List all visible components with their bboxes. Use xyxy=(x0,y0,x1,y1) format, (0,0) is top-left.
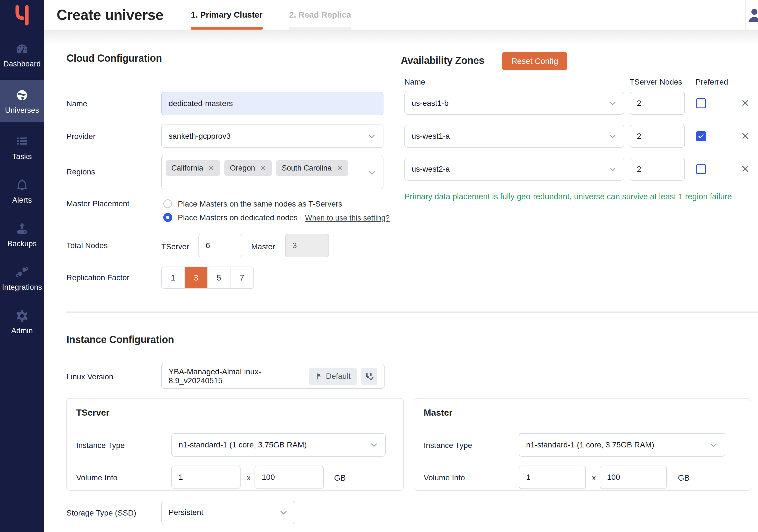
regions-label: Regions xyxy=(66,167,95,176)
chevron-down-icon xyxy=(367,168,376,177)
master-nodes-input xyxy=(285,233,329,257)
az-remove-icon-row-2[interactable]: ✕ xyxy=(741,131,749,141)
sidebar-item-admin[interactable]: Admin xyxy=(0,300,44,342)
az-nodes-input-row-1[interactable] xyxy=(630,92,685,115)
master-instance-type-select[interactable]: n1-standard-1 (1 core, 3.75GB RAM) xyxy=(519,433,725,457)
instance-type-label: Instance Type xyxy=(424,441,472,450)
chevron-down-icon xyxy=(608,132,617,141)
region-chip-label: South Carolina xyxy=(282,164,332,172)
instance-type-value: n1-standard-1 (1 core, 3.75GB RAM) xyxy=(179,441,307,449)
az-preferred-checkbox-row-1[interactable] xyxy=(696,98,706,108)
az-column-tserver-nodes: TServer Nodes xyxy=(630,78,682,87)
gauge-icon xyxy=(14,41,30,57)
remove-region-icon[interactable]: ✕ xyxy=(337,164,343,172)
sidebar-item-label: Tasks xyxy=(12,152,32,161)
tab-primary-cluster[interactable]: 1. Primary Cluster xyxy=(191,0,262,30)
radio-masters-dedicated-nodes[interactable] xyxy=(163,213,172,222)
master-volume-size-input[interactable] xyxy=(600,466,667,489)
chevron-down-icon xyxy=(709,441,718,449)
az-select-row-1[interactable]: us-east1-b xyxy=(404,92,624,115)
az-preferred-checkbox-row-3[interactable] xyxy=(696,164,706,174)
sidebar-item-label: Backups xyxy=(8,239,37,248)
sidebar-item-label: Integrations xyxy=(2,283,42,292)
rf-option-1[interactable]: 1 xyxy=(162,267,185,288)
sidebar-item-backups[interactable]: Backups xyxy=(0,213,44,255)
user-avatar-icon[interactable] xyxy=(747,7,758,22)
remove-region-icon[interactable]: ✕ xyxy=(260,164,266,172)
flag-icon xyxy=(315,372,323,380)
instance-type-value: n1-standard-1 (1 core, 3.75GB RAM) xyxy=(526,441,654,449)
sidebar-item-tasks[interactable]: Tasks xyxy=(0,126,44,168)
tab-read-replica[interactable]: 2. Read Replica xyxy=(289,0,351,30)
universe-name-input[interactable] xyxy=(161,92,384,115)
sidebar-item-dashboard[interactable]: Dashboard xyxy=(0,33,44,75)
az-remove-icon-row-3[interactable]: ✕ xyxy=(741,164,749,174)
region-chip: California ✕ xyxy=(166,160,220,176)
globe-icon xyxy=(14,87,30,103)
reset-config-button[interactable]: Reset Config xyxy=(502,52,568,70)
rf-option-3[interactable]: 3 xyxy=(185,267,208,288)
plug-icon xyxy=(14,264,30,280)
region-chip-label: Oregon xyxy=(230,164,255,172)
volume-times-separator: x xyxy=(247,474,251,482)
rf-option-5[interactable]: 5 xyxy=(208,267,230,288)
az-nodes-input-row-3[interactable] xyxy=(630,158,685,181)
az-nodes-input-row-2[interactable] xyxy=(630,125,685,148)
tserver-card: TServer Instance Type n1-standard-1 (1 c… xyxy=(66,398,404,491)
provider-select[interactable]: sanketh-gcpprov3 xyxy=(161,124,384,148)
linux-version-select[interactable]: YBA-Managed-AlmaLinux-8.9_v20240515 Defa… xyxy=(161,364,385,389)
az-name: us-west2-a xyxy=(412,165,450,174)
default-badge: Default xyxy=(309,368,357,385)
remove-region-icon[interactable]: ✕ xyxy=(208,164,214,172)
gear-icon xyxy=(14,307,30,324)
check-icon xyxy=(698,132,705,140)
tserver-nodes-input[interactable] xyxy=(198,233,242,257)
az-select-row-2[interactable]: us-west1-a xyxy=(404,125,624,148)
az-name: us-west1-a xyxy=(412,132,450,141)
instance-configuration-heading: Instance Configuration xyxy=(66,334,174,345)
tserver-volume-count-input[interactable] xyxy=(171,466,241,489)
volume-unit-label: GB xyxy=(334,474,346,482)
region-chip: Oregon ✕ xyxy=(224,160,272,176)
volume-unit-label: GB xyxy=(678,474,690,482)
sidebar-item-universes[interactable]: Universes xyxy=(0,80,44,122)
name-label: Name xyxy=(66,99,87,108)
master-volume-count-input[interactable] xyxy=(519,466,586,489)
chevron-down-icon xyxy=(608,165,617,174)
storage-type-select[interactable]: Persistent xyxy=(161,501,295,524)
default-badge-label: Default xyxy=(326,372,351,381)
sidebar-item-alerts[interactable]: Alerts xyxy=(0,170,44,212)
tserver-instance-type-select[interactable]: n1-standard-1 (1 core, 3.75GB RAM) xyxy=(171,433,386,457)
az-select-row-3[interactable]: us-west2-a xyxy=(404,158,624,181)
backup-upload-icon xyxy=(14,221,30,237)
yb-version-check-button[interactable] xyxy=(361,368,377,385)
regions-multiselect[interactable]: California ✕ Oregon ✕ South Carolina ✕ xyxy=(161,156,384,189)
storage-type-label: Storage Type (SSD) xyxy=(66,509,136,517)
radio-masters-same-nodes[interactable] xyxy=(163,199,172,208)
storage-type-value: Persistent xyxy=(169,508,203,517)
volume-times-separator: x xyxy=(592,474,596,482)
yugabyte-logo-icon[interactable] xyxy=(0,3,44,31)
volume-info-label: Volume Info xyxy=(424,474,465,482)
when-to-use-link[interactable]: When to use this setting? xyxy=(305,214,390,223)
master-count-label: Master xyxy=(251,242,275,251)
page-title: Create universe xyxy=(57,0,163,30)
az-remove-icon-row-1[interactable]: ✕ xyxy=(741,98,749,108)
tserver-volume-size-input[interactable] xyxy=(255,466,324,489)
az-column-preferred: Preferred xyxy=(696,78,728,87)
header: Create universe 1. Primary Cluster 2. Re… xyxy=(44,0,758,30)
tab-label: 2. Read Replica xyxy=(289,10,351,19)
create-universe-page: Dashboard Universes Tasks xyxy=(0,0,758,532)
provider-label: Provider xyxy=(66,132,95,141)
chevron-down-icon xyxy=(608,99,617,108)
sidebar-item-label: Admin xyxy=(11,327,33,335)
master-card-title: Master xyxy=(424,408,452,418)
replication-factor-selector: 1 3 5 7 xyxy=(161,266,254,289)
rf-option-7[interactable]: 7 xyxy=(230,267,254,288)
az-preferred-checkbox-row-2[interactable] xyxy=(696,131,706,141)
yb-version-check-icon xyxy=(364,371,374,381)
master-placement-label: Master Placement xyxy=(66,199,129,208)
instance-type-label: Instance Type xyxy=(76,441,125,450)
sidebar-item-integrations[interactable]: Integrations xyxy=(0,257,44,299)
chevron-down-icon xyxy=(369,441,378,449)
